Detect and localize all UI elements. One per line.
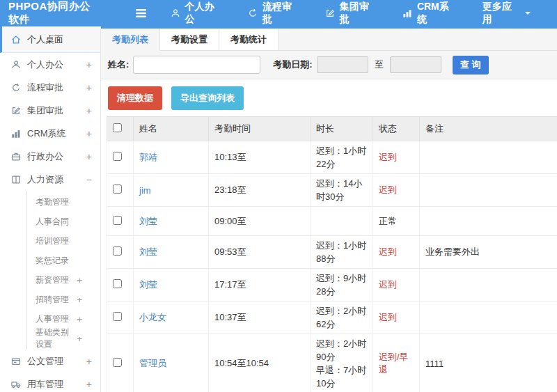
main-panel: 考勤列表考勤设置考勤统计 姓名: 考勤日期: 至 查 询 清理数据 导出查询列表… <box>101 26 557 392</box>
edit-icon <box>325 8 335 18</box>
to-label: 至 <box>375 58 384 71</box>
sidebar-subitem[interactable]: 招聘管理+ <box>27 290 100 309</box>
topnav-item[interactable]: 集团审批 <box>325 1 377 26</box>
top-navbar: PHPOA协同办公软件 个人办公流程审批集团审批CRM系统更多应用 <box>0 0 557 26</box>
status-badge: 迟到 <box>379 246 397 257</box>
expand-icon[interactable]: + <box>77 295 82 305</box>
duration-cell: 迟到：1小时88分 <box>311 236 373 269</box>
export-list-button[interactable]: 导出查询列表 <box>171 86 244 110</box>
topnav-item[interactable]: 流程审批 <box>248 1 299 26</box>
sidebar-item-label: CRM系统 <box>27 127 66 140</box>
sidebar-subitem[interactable]: 奖惩记录 <box>27 251 100 270</box>
row-checkbox[interactable] <box>113 246 122 256</box>
remark-cell <box>420 301 557 334</box>
expand-icon[interactable]: + <box>86 356 92 367</box>
content-area: 清理数据 导出查询列表 姓名考勤时间时长状态备注 郭靖10:13至迟到：1小时2… <box>101 79 557 392</box>
remark-cell <box>420 174 557 207</box>
date-from-input[interactable] <box>317 56 368 73</box>
expand-icon[interactable]: + <box>86 59 92 70</box>
tab-bar: 考勤列表考勤设置考勤统计 <box>101 29 557 51</box>
employee-name-link[interactable]: 管理员 <box>139 358 166 368</box>
row-checkbox[interactable] <box>113 312 122 321</box>
employee-name-link[interactable]: 小龙女 <box>139 312 166 322</box>
sidebar-subitem-label: 薪资管理 <box>36 274 69 286</box>
sidebar-item[interactable]: CRM系统+ <box>0 122 100 145</box>
expand-icon[interactable]: + <box>77 334 82 344</box>
sidebar-item[interactable]: 流程审批+ <box>0 76 100 99</box>
sidebar-subitem-label: 人事合同 <box>36 216 69 228</box>
sidebar-item[interactable]: 公文管理+ <box>0 350 100 373</box>
sidebar-subitem[interactable]: 人事合同 <box>27 212 100 231</box>
topnav-item[interactable]: CRM系统 <box>402 1 457 26</box>
sidebar-item[interactable]: 行政办公+ <box>0 145 100 168</box>
date-to-input[interactable] <box>390 56 441 73</box>
employee-name-link[interactable]: 刘莹 <box>139 216 157 226</box>
tab[interactable]: 考勤设置 <box>160 29 219 50</box>
sidebar-item[interactable]: 集团审批+ <box>0 99 100 122</box>
attendance-time-cell: 17:17至 <box>209 269 311 301</box>
name-cell: 郭靖 <box>134 141 209 174</box>
row-checkbox[interactable] <box>113 279 122 288</box>
row-checkbox[interactable] <box>113 216 122 225</box>
sidebar-subitem[interactable]: 薪资管理+ <box>27 270 100 290</box>
home-icon <box>11 35 21 45</box>
sidebar-item[interactable]: 用车管理+ <box>0 373 100 392</box>
column-header: 时长 <box>311 117 373 141</box>
expand-icon[interactable]: + <box>77 314 82 324</box>
flow-icon <box>11 83 21 93</box>
expand-icon[interactable]: + <box>77 275 82 285</box>
expand-icon[interactable]: + <box>86 105 92 116</box>
search-button[interactable]: 查 询 <box>453 56 489 75</box>
expand-icon[interactable]: + <box>86 128 92 139</box>
tab[interactable]: 考勤统计 <box>219 29 278 50</box>
sidebar-item-label: 人力资源 <box>27 173 63 186</box>
row-checkbox-cell <box>107 334 134 392</box>
sidebar-subitem[interactable]: 培训管理 <box>27 231 100 251</box>
book-icon <box>11 175 21 185</box>
row-checkbox[interactable] <box>113 185 122 194</box>
employee-name-link[interactable]: 刘莹 <box>139 279 157 290</box>
topnav-items: 个人办公流程审批集团审批CRM系统更多应用 <box>171 1 557 26</box>
status-cell: 迟到 <box>373 236 420 269</box>
name-input[interactable] <box>133 56 260 74</box>
remark-cell <box>420 141 557 174</box>
employee-name-link[interactable]: 郭靖 <box>139 152 157 162</box>
topnav-item-label: 个人办公 <box>185 1 222 26</box>
expand-icon[interactable]: + <box>86 82 92 93</box>
clean-data-button[interactable]: 清理数据 <box>108 86 162 110</box>
attendance-time-cell: 23:18至 <box>209 174 311 207</box>
duration-cell: 迟到：9小时28分 <box>311 269 373 301</box>
sidebar-subitem[interactable]: 基础类别设置+ <box>27 329 100 348</box>
sidebar-item[interactable]: 个人桌面 <box>0 26 100 53</box>
tab[interactable]: 考勤列表 <box>101 29 160 51</box>
row-checkbox[interactable] <box>113 358 122 367</box>
name-cell: 小龙女 <box>134 301 209 334</box>
sidebar-item[interactable]: 人力资源− <box>0 168 100 191</box>
status-badge: 迟到/早退 <box>379 352 409 375</box>
remark-cell: 1111 <box>420 334 557 392</box>
sidebar-item[interactable]: 个人办公+ <box>0 53 100 76</box>
select-all-checkbox[interactable] <box>113 123 122 132</box>
employee-name-link[interactable]: jim <box>139 185 151 196</box>
collapse-icon[interactable]: − <box>86 174 92 185</box>
sidebar-item-label: 用车管理 <box>27 378 63 391</box>
sidebar-subitem-label: 招聘管理 <box>36 294 69 306</box>
employee-name-link[interactable]: 刘莹 <box>139 246 157 257</box>
topnav-item[interactable]: 更多应用 <box>483 1 531 26</box>
table-row: 刘莹17:17至迟到：9小时28分迟到 <box>107 269 557 301</box>
sidebar-subitem[interactable]: 考勤管理 <box>27 192 100 212</box>
caret-down-icon <box>524 10 531 16</box>
row-checkbox[interactable] <box>113 152 122 161</box>
sidebar-subitem[interactable]: 人事管理+ <box>27 309 100 329</box>
topnav-item[interactable]: 个人办公 <box>171 1 222 26</box>
duration-cell: 迟到：2小时62分 <box>311 301 373 334</box>
briefcase-icon <box>11 152 21 162</box>
doc-icon <box>11 356 21 366</box>
name-label: 姓名: <box>108 58 129 71</box>
status-cell: 正常 <box>373 207 420 236</box>
chart-icon <box>11 129 21 139</box>
expand-icon[interactable]: + <box>86 379 92 390</box>
sidebar-subitem-label: 基础类别设置 <box>36 327 77 350</box>
expand-icon[interactable]: + <box>86 151 92 162</box>
hamburger-icon[interactable] <box>135 8 147 18</box>
